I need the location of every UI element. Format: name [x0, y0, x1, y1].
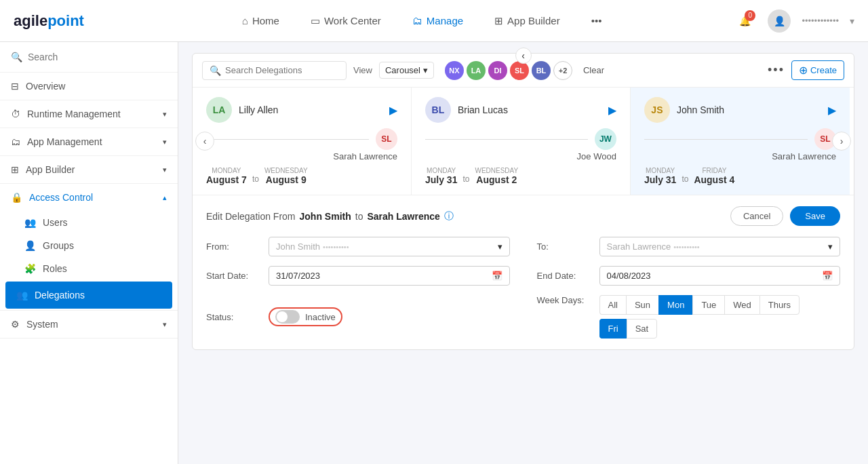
card-to-name-1: Joe Wood	[425, 151, 616, 161]
content-area: 🔍 View Carousel ▾ NX LA DI SL BL +2	[178, 42, 868, 361]
sidebar-system-group: ⚙ System ▾	[0, 311, 178, 339]
day-mon[interactable]: Mon	[658, 295, 692, 315]
logo[interactable]: agilepoint	[14, 12, 84, 30]
sidebar-item-app-builder[interactable]: ⊞ App Builder ▾	[0, 156, 178, 183]
play-button-1[interactable]: ▶	[608, 104, 616, 117]
status-toggle[interactable]	[275, 310, 300, 324]
start-date-label: Start Date:	[206, 271, 260, 281]
chip-sl[interactable]: SL	[510, 61, 529, 80]
sidebar-item-runtime[interactable]: ⏱ Runtime Management ▾	[0, 100, 178, 128]
delegation-search-wrap[interactable]: 🔍	[202, 61, 347, 80]
card-to-avatar-jw[interactable]: JW	[595, 128, 616, 150]
nav-app-builder[interactable]: ⊞ App Builder	[489, 12, 566, 30]
to-select[interactable]: Sarah Lawrence •••••••••• ▾	[599, 237, 841, 256]
groups-icon: 👤	[24, 240, 36, 251]
carousel-prev-button[interactable]: ‹	[195, 132, 214, 151]
carousel-next-button[interactable]: ›	[832, 132, 851, 151]
week-days-rows: All Sun Mon Tue Wed Thurs Fri Sat	[599, 295, 800, 339]
card-avatar-js[interactable]: JS	[644, 97, 670, 123]
sidebar-search[interactable]: 🔍	[0, 42, 178, 73]
sidebar-item-system[interactable]: ⚙ System ▾	[0, 311, 178, 338]
divider-1	[425, 139, 588, 140]
sidebar-item-users[interactable]: 👥 Users	[0, 211, 178, 234]
view-mode-selector[interactable]: Carousel ▾	[379, 62, 434, 79]
nav-manage-label: Manage	[427, 15, 463, 26]
sidebar-item-app-mgmt[interactable]: 🗂 App Management ▾	[0, 128, 178, 155]
collapse-sidebar-button[interactable]: ‹	[515, 47, 532, 64]
nav-items: ⌂ Home ▭ Work Center 🗂 Manage ⊞ App Buil…	[111, 12, 732, 30]
sidebar-item-overview[interactable]: ⊟ Overview	[0, 73, 178, 100]
card-avatar-la[interactable]: LA	[206, 97, 232, 123]
sidebar-item-delegations[interactable]: 👥 Delegations	[5, 282, 172, 309]
day-sat[interactable]: Sat	[627, 319, 658, 339]
day-sun[interactable]: Sun	[626, 295, 658, 315]
sidebar-users-label: Users	[43, 217, 68, 228]
chip-di[interactable]: DI	[488, 61, 507, 80]
chip-nx[interactable]: NX	[445, 61, 464, 80]
day-wed[interactable]: Wed	[724, 295, 760, 315]
nav-manage[interactable]: 🗂 Manage	[407, 12, 469, 29]
chip-more[interactable]: +2	[553, 61, 572, 80]
home-icon: ⌂	[242, 15, 248, 26]
logo-text: agilepoint	[14, 12, 84, 30]
chip-la[interactable]: LA	[467, 61, 486, 80]
calendar-icon[interactable]: 📅	[492, 271, 502, 281]
app-mgmt-icon: 🗂	[11, 136, 20, 147]
clear-filter-button[interactable]: Clear	[579, 64, 608, 77]
end-date-input[interactable]: 04/08/2023 📅	[599, 266, 841, 286]
start-day-label-0: MONDAY	[206, 167, 247, 174]
nav-home[interactable]: ⌂ Home	[237, 12, 285, 29]
start-date-value: 31/07/2023	[276, 271, 320, 281]
sidebar-item-groups[interactable]: 👤 Groups	[0, 234, 178, 257]
from-label: From:	[206, 241, 260, 252]
from-select[interactable]: John Smith •••••••••• ▾	[269, 237, 510, 256]
cancel-button[interactable]: Cancel	[730, 206, 783, 226]
notification-button[interactable]: 🔔 0	[732, 9, 757, 33]
sidebar-item-roles[interactable]: 🧩 Roles	[0, 257, 178, 280]
end-date-1: WEDNESDAY August 2	[475, 167, 518, 185]
to-word-1: to	[462, 174, 469, 185]
status-value: Inactive	[305, 312, 336, 322]
edit-to-name: Sarah Lawrence	[367, 211, 439, 222]
week-row-1: All Sun Mon Tue Wed Thurs	[599, 295, 800, 315]
day-fri[interactable]: Fri	[599, 319, 627, 339]
card-to-name-0: Sarah Lawrence	[206, 151, 397, 161]
nav-work-center[interactable]: ▭ Work Center	[305, 12, 387, 30]
grid-icon: ⊞	[494, 15, 503, 27]
card-from-name-2: John Smith	[677, 104, 724, 115]
delegations-panel: 🔍 View Carousel ▾ NX LA DI SL BL +2	[192, 53, 854, 350]
status-toggle-wrap[interactable]: Inactive	[269, 307, 342, 326]
chevron-down-icon[interactable]: ▾	[850, 16, 854, 26]
delegation-search-input[interactable]	[225, 65, 339, 75]
edit-actions: Cancel Save	[730, 206, 840, 226]
delegation-card-0: LA Lilly Allen ▶ SL Sarah Lawrence	[193, 88, 412, 195]
day-tue[interactable]: Tue	[692, 295, 724, 315]
monitor-icon: ▭	[311, 15, 320, 27]
sidebar-item-access-control[interactable]: 🔒 Access Control ▴	[0, 184, 178, 211]
nav-more[interactable]: •••	[586, 12, 608, 29]
start-date-input[interactable]: 31/07/2023 📅	[269, 266, 510, 286]
end-date-value: 04/08/2023	[607, 271, 651, 281]
create-button[interactable]: ⊕ Create	[791, 60, 844, 80]
sidebar-overview-group: ⊟ Overview	[0, 73, 178, 100]
notification-badge: 0	[745, 10, 755, 21]
search-input[interactable]	[28, 52, 167, 62]
avatar[interactable]: 👤	[768, 9, 791, 33]
to-value-dots: ••••••••••	[673, 243, 828, 251]
card-avatar-bl[interactable]: BL	[425, 97, 451, 123]
day-thurs[interactable]: Thurs	[760, 295, 800, 315]
day-all[interactable]: All	[599, 295, 626, 315]
filter-chips: NX LA DI SL BL +2	[445, 61, 572, 80]
chip-bl[interactable]: BL	[532, 61, 551, 80]
calendar-icon[interactable]: 📅	[822, 271, 833, 281]
ellipsis-icon: •••	[591, 15, 602, 26]
delegation-card-1: BL Brian Lucas ▶ JW Joe Wood	[412, 88, 631, 195]
more-options-button[interactable]: •••	[768, 63, 785, 77]
play-button-0[interactable]: ▶	[389, 104, 397, 117]
card-to-avatar-sl-0[interactable]: SL	[376, 128, 397, 150]
save-button[interactable]: Save	[790, 206, 840, 226]
to-group: To: Sarah Lawrence •••••••••• ▾	[537, 237, 841, 256]
play-button-2[interactable]: ▶	[828, 104, 836, 117]
from-value-dots: ••••••••••	[323, 243, 497, 251]
from-value: John Smith	[276, 241, 320, 252]
